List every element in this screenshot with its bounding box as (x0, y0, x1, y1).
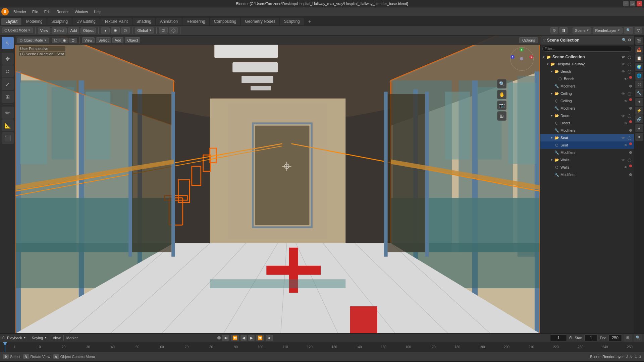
prev-frame-btn[interactable]: ⏪ (231, 335, 239, 341)
marker-label[interactable]: Marker (66, 336, 78, 340)
outliner-item-doors-modifiers[interactable]: 🔧 Modifiers (540, 127, 634, 134)
seat-mesh-vis-btn[interactable]: 👁 (623, 142, 629, 148)
hospital-hallway-vis-btn[interactable]: 👁 (621, 61, 626, 67)
measure-tool-btn[interactable]: 📐 (2, 119, 14, 131)
tl-right-icon-btn[interactable]: ⊞ (624, 334, 632, 342)
menu-file[interactable]: File (30, 9, 41, 14)
menu-window[interactable]: Window (72, 9, 91, 14)
maximize-button[interactable]: □ (630, 1, 635, 6)
playback-label[interactable]: Playback (7, 336, 22, 340)
doors-vis-btn[interactable]: 👁 (621, 113, 626, 118)
vp-view-menu[interactable]: View (82, 37, 95, 43)
outliner-item-bench-mesh[interactable]: ▶ ⬡ Bench 👁 (540, 75, 634, 82)
prop-view-layer-btn[interactable]: 📋 (635, 54, 643, 62)
walls-mesh-vis-btn[interactable]: 👁 (623, 165, 629, 170)
vp-icon-btn-2[interactable]: ◉ (60, 38, 68, 43)
xray-btn[interactable]: ◨ (559, 27, 568, 34)
prop-material-btn[interactable]: ● (635, 133, 643, 141)
viewport-mode-btn[interactable]: ⬡ Object Mode ▼ (17, 38, 49, 43)
tab-animation[interactable]: Animation (156, 18, 182, 25)
viewport-shading-solid-btn[interactable]: ● (101, 27, 110, 34)
outliner-item-doors-mesh[interactable]: ⬡ Doors 👁 (540, 119, 634, 127)
tl-view-label[interactable]: View (53, 336, 61, 340)
outliner-item-doors-collection[interactable]: ▼ 📂 Doors 👁 ◯ (540, 112, 634, 119)
scene-collection-vis-btn[interactable]: 👁 (621, 54, 626, 60)
outliner-settings-icon[interactable]: ⚙ (628, 38, 631, 42)
tab-sculpting[interactable]: Sculpting (47, 18, 72, 25)
viewport[interactable]: ⬡ Object Mode ▼ ⬡ ◉ ⊡ View Select Add Ob… (15, 36, 540, 333)
ceiling-hide-btn[interactable]: ◯ (627, 91, 632, 96)
seat-vis-btn[interactable]: 👁 (621, 135, 626, 140)
outliner-item-ceiling-modifiers[interactable]: 🔧 Modifiers (540, 105, 634, 112)
close-button[interactable]: × (637, 1, 642, 6)
viewport-shading-material-btn[interactable]: ◉ (111, 27, 120, 34)
outliner-search-icon[interactable]: 🔍 (622, 38, 627, 42)
prop-output-btn[interactable]: 📤 (635, 46, 643, 54)
outliner-item-bench-collection[interactable]: ▼ 📂 Bench 👁 ◯ (540, 68, 634, 75)
tab-modeling[interactable]: Modeling (22, 18, 47, 25)
prop-modifier-btn[interactable]: 🔧 (635, 89, 643, 97)
proportional-btn[interactable]: ◯ (169, 27, 178, 34)
rotate-tool-btn[interactable]: ↺ (2, 65, 14, 77)
outliner-item-walls-modifiers[interactable]: 🔧 Modifiers (540, 171, 634, 178)
prop-object-data-btn[interactable]: ▲ (635, 124, 643, 132)
object-menu-btn[interactable]: Object (80, 27, 96, 34)
gizmo-y-axis[interactable]: Y (520, 48, 524, 52)
scene-collection-hide-btn[interactable]: ◯ (627, 54, 632, 60)
prop-render-btn[interactable]: 🎬 (635, 37, 643, 45)
doors-hide-btn[interactable]: ◯ (627, 113, 632, 118)
vp-object-menu[interactable]: Object (125, 37, 140, 43)
scene-dropdown-btn[interactable]: Scene ▼ (573, 27, 591, 34)
bench-mesh-vis-btn[interactable]: 👁 (623, 76, 629, 81)
current-frame-input[interactable]: 1 (550, 335, 567, 341)
add-workspace-button[interactable]: + (306, 18, 313, 25)
outliner-search-input[interactable] (542, 46, 632, 52)
gizmo-x-axis[interactable]: X (529, 55, 533, 59)
snap-btn[interactable]: ⊡ (159, 27, 168, 34)
annotate-tool-btn[interactable]: ✏ (2, 107, 14, 119)
outliner-item-hospital-hallway[interactable]: ▼ 📂 Hospital_Hallway 👁 ◯ (540, 60, 634, 68)
viewport-options-btn[interactable]: Options (519, 37, 538, 43)
pan-btn[interactable]: ✋ (497, 90, 506, 99)
hospital-hallway-hide-btn[interactable]: ◯ (627, 61, 632, 67)
menu-help[interactable]: Help (91, 9, 104, 14)
walls-vis-btn[interactable]: 👁 (621, 157, 626, 163)
zoom-in-btn[interactable]: 🔍 (497, 79, 506, 88)
tab-texture-paint[interactable]: Texture Paint (100, 18, 132, 25)
seat-hide-btn[interactable]: ◯ (627, 135, 632, 140)
outliner-item-ceiling-mesh[interactable]: ⬡ Ceiling 👁 (540, 97, 634, 105)
add-menu-btn[interactable]: Add (68, 27, 79, 34)
menu-edit[interactable]: Edit (42, 9, 53, 14)
play-btn[interactable]: ▶ (248, 335, 255, 341)
vp-icon-btn-1[interactable]: ⬡ (52, 38, 60, 43)
vp-select-menu[interactable]: Select (96, 37, 111, 43)
bench-vis-btn[interactable]: 👁 (621, 69, 626, 74)
outliner-item-bench-modifiers[interactable]: 🔧 Modifiers (540, 82, 634, 90)
start-frame-input[interactable]: 1 (584, 335, 598, 341)
gizmo-z-axis[interactable]: Z (511, 55, 515, 59)
walls-hide-btn[interactable]: ◯ (627, 157, 632, 163)
minimize-button[interactable]: − (623, 1, 629, 6)
outliner-item-ceiling-collection[interactable]: ▼ 📂 Ceiling 👁 ◯ (540, 90, 634, 97)
viewport-shading-render-btn[interactable]: ◎ (121, 27, 130, 34)
overlay-btn[interactable]: ⊙ (550, 27, 558, 34)
camera-btn[interactable]: 📷 (497, 101, 506, 110)
ceiling-mesh-vis-btn[interactable]: 👁 (623, 98, 629, 104)
tab-compositing[interactable]: Compositing (210, 18, 240, 25)
select-tool-btn[interactable]: ↖ (2, 37, 14, 49)
transform-tool-btn[interactable]: ⊞ (2, 91, 14, 103)
tl-search-btn[interactable]: 🔍 (634, 334, 642, 342)
menu-blender[interactable]: Blender (11, 9, 29, 14)
vp-icon-btn-3[interactable]: ⊡ (69, 38, 77, 43)
outliner-item-walls-mesh[interactable]: ⬡ Walls 👁 (540, 164, 634, 171)
timeline-ruler[interactable]: 1 10 20 30 40 50 60 70 80 90 100 110 120… (0, 342, 644, 352)
search-btn[interactable]: 🔍 (624, 27, 633, 34)
prop-physics-btn[interactable]: ⚡ (635, 107, 643, 115)
tab-rendering[interactable]: Rendering (182, 18, 209, 25)
keying-label[interactable]: Keying (32, 336, 43, 340)
prop-object-btn[interactable]: ⬡ (635, 80, 643, 88)
tab-shading[interactable]: Shading (132, 18, 155, 25)
tab-scripting[interactable]: Scripting (280, 18, 304, 25)
prop-constraints-btn[interactable]: 🔗 (635, 115, 643, 123)
end-frame-input[interactable]: 250 (608, 335, 622, 341)
